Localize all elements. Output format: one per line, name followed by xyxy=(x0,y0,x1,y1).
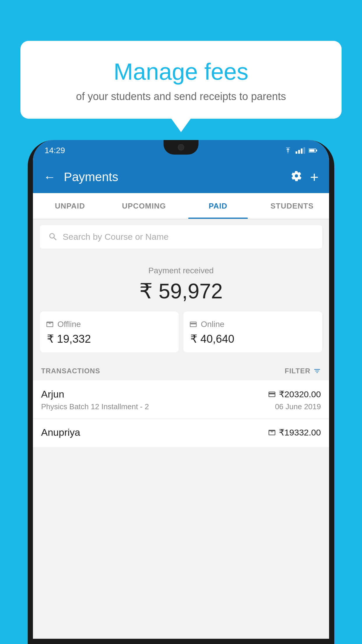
search-icon xyxy=(48,232,58,242)
status-icons xyxy=(284,147,317,154)
payment-breakdown: Offline ₹ 19,332 Online ₹ 40,640 xyxy=(40,312,322,352)
phone-screen: 14:29 xyxy=(33,140,329,639)
bubble-subtitle: of your students and send receipts to pa… xyxy=(41,90,321,103)
tab-students[interactable]: STUDENTS xyxy=(255,193,329,219)
phone-notch xyxy=(164,140,198,155)
status-time: 14:29 xyxy=(45,146,65,155)
payment-type-icon xyxy=(268,428,276,437)
svg-rect-2 xyxy=(309,149,314,152)
camera xyxy=(178,144,184,150)
filter-icon xyxy=(313,367,321,375)
tab-paid[interactable]: PAID xyxy=(181,193,255,219)
transaction-list: Arjun ₹20320.00 Physics Batch 12 Install… xyxy=(33,380,329,448)
online-payment-icon xyxy=(189,320,197,328)
course-info: Physics Batch 12 Installment - 2 xyxy=(41,402,149,411)
payment-summary: Payment received ₹ 59,972 Offline ₹ 19,3… xyxy=(33,254,329,360)
transactions-header: TRANSACTIONS FILTER xyxy=(33,360,329,380)
transaction-amount-value: ₹19332.00 xyxy=(279,427,321,438)
speech-bubble-container: Manage fees of your students and send re… xyxy=(20,41,342,119)
total-payment-amount: ₹ 59,972 xyxy=(40,279,322,303)
student-name: Arjun xyxy=(41,388,64,400)
add-button[interactable]: + xyxy=(310,169,319,186)
filter-label: FILTER xyxy=(285,367,310,375)
tabs-bar: UNPAID UPCOMING PAID STUDENTS xyxy=(33,193,329,219)
status-bar: 14:29 xyxy=(33,140,329,161)
back-button[interactable]: ← xyxy=(43,170,56,184)
offline-card: Offline ₹ 19,332 xyxy=(40,312,179,352)
bubble-title: Manage fees xyxy=(41,58,321,85)
transaction-date: 06 June 2019 xyxy=(275,402,321,411)
payment-received-label: Payment received xyxy=(40,266,322,275)
offline-amount: ₹ 19,332 xyxy=(46,332,173,345)
app-bar: ← Payments + xyxy=(33,161,329,193)
settings-button[interactable] xyxy=(291,170,302,184)
app-bar-actions: + xyxy=(291,169,319,186)
transaction-amount-value: ₹20320.00 xyxy=(279,389,321,399)
transaction-item[interactable]: Arjun ₹20320.00 Physics Batch 12 Install… xyxy=(33,380,329,419)
tab-upcoming[interactable]: UPCOMING xyxy=(107,193,181,219)
wifi-icon xyxy=(284,147,292,154)
student-name: Anupriya xyxy=(41,427,80,438)
tab-unpaid[interactable]: UNPAID xyxy=(33,193,107,219)
transactions-label: TRANSACTIONS xyxy=(41,367,100,375)
signal-icon xyxy=(296,147,305,154)
search-container: Search by Course or Name xyxy=(33,219,329,254)
payment-type-icon xyxy=(268,390,276,398)
offline-label: Offline xyxy=(57,320,81,329)
search-bar[interactable]: Search by Course or Name xyxy=(40,225,322,249)
online-card: Online ₹ 40,640 xyxy=(183,312,322,352)
online-label: Online xyxy=(201,320,224,329)
offline-payment-icon xyxy=(46,320,54,328)
svg-rect-1 xyxy=(316,150,317,151)
speech-bubble: Manage fees of your students and send re… xyxy=(20,41,342,119)
gear-icon xyxy=(291,170,302,181)
filter-button[interactable]: FILTER xyxy=(285,367,321,375)
transaction-item[interactable]: Anupriya ₹19332.00 xyxy=(33,419,329,448)
online-amount: ₹ 40,640 xyxy=(189,332,316,345)
page-title: Payments xyxy=(64,170,283,184)
battery-icon xyxy=(309,148,317,153)
phone-frame: 14:29 xyxy=(28,140,334,644)
search-placeholder: Search by Course or Name xyxy=(63,232,169,242)
